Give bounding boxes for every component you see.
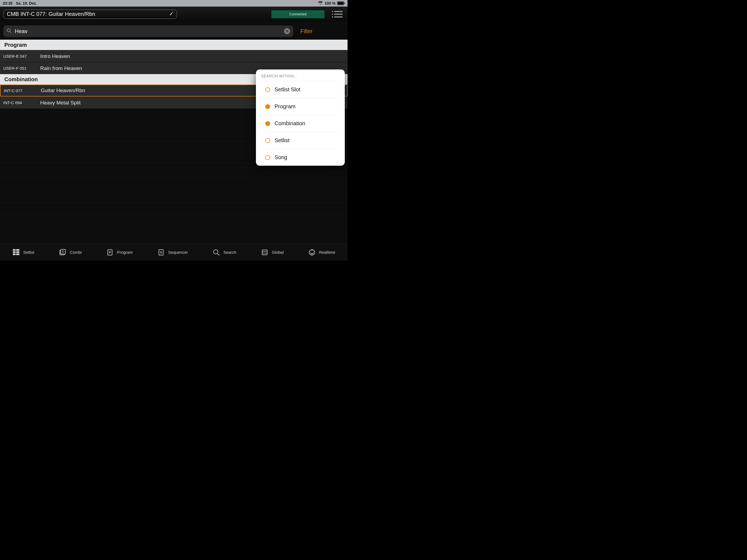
result-name: Rain from Heaven <box>40 65 82 71</box>
svg-point-5 <box>332 14 333 15</box>
realtime-icon <box>308 249 316 256</box>
radio-icon <box>265 87 270 92</box>
pencil-icon[interactable] <box>170 12 173 17</box>
battery-icon <box>337 1 345 5</box>
search-input[interactable] <box>14 28 284 35</box>
svg-line-25 <box>217 253 219 255</box>
svg-rect-6 <box>334 14 343 15</box>
global-icon <box>261 249 268 256</box>
svg-rect-12 <box>16 249 19 251</box>
svg-line-10 <box>10 31 11 33</box>
search-icon <box>212 249 220 256</box>
ios-status-bar: 23:35 Sa. 19. Dez. 100 % <box>0 0 347 6</box>
nav-item-program[interactable]: PProgram <box>106 249 133 256</box>
search-icon <box>6 28 11 34</box>
sequencer-icon: S <box>157 249 165 256</box>
section-header: Program <box>0 40 347 50</box>
radio-icon <box>265 138 270 143</box>
current-sound-title[interactable]: CMB INT-C 077: Guitar Heaven/Rbn <box>3 9 177 19</box>
grid-icon <box>12 249 20 256</box>
result-row[interactable]: USER-E 047Intro Heaven <box>0 50 347 62</box>
nav-label: Combi <box>70 250 81 255</box>
connection-status: Connected <box>271 10 325 18</box>
svg-rect-4 <box>334 11 343 12</box>
nav-item-search[interactable]: Search <box>212 249 236 256</box>
combi-icon: C <box>59 249 67 256</box>
filter-option-label: Song <box>275 154 287 160</box>
filter-option-label: Program <box>275 103 295 110</box>
result-code: USER-E 047 <box>3 54 40 58</box>
svg-point-3 <box>332 11 333 12</box>
main-content: Filter ProgramUSER-E 047Intro HeavenUSER… <box>0 22 347 244</box>
filter-button[interactable]: Filter <box>299 28 314 35</box>
filter-option-label: Setlist <box>275 137 289 144</box>
svg-rect-14 <box>16 251 19 253</box>
svg-rect-13 <box>13 251 16 253</box>
svg-rect-2 <box>344 2 345 4</box>
svg-point-7 <box>332 16 333 17</box>
title-text: CMB INT-C 077: Guitar Heaven/Rbn <box>7 11 95 17</box>
svg-rect-15 <box>13 253 16 255</box>
filter-option[interactable]: Setlist Slot <box>260 81 340 98</box>
clear-search-button[interactable] <box>284 28 290 34</box>
result-code: USER-F 051 <box>3 66 40 71</box>
nav-label: Sequencer <box>168 250 188 255</box>
search-field[interactable] <box>3 25 293 37</box>
svg-text:P: P <box>109 251 111 254</box>
nav-item-combi[interactable]: CCombi <box>59 249 81 256</box>
svg-text:C: C <box>62 250 64 253</box>
wifi-icon <box>318 1 323 6</box>
radio-icon <box>265 121 270 126</box>
status-date: Sa. 19. Dez. <box>16 1 37 5</box>
filter-label: Filter <box>301 28 312 34</box>
svg-rect-1 <box>338 2 343 5</box>
status-time: 23:35 <box>3 1 12 5</box>
filter-option[interactable]: Program <box>260 98 340 115</box>
result-name: Heavy Metal Split <box>40 100 81 106</box>
connection-label: Connected <box>289 12 307 16</box>
menu-icon[interactable] <box>330 11 344 18</box>
program-icon: P <box>106 249 114 256</box>
svg-rect-26 <box>262 250 267 255</box>
search-row: Filter <box>0 22 347 40</box>
nav-label: Program <box>117 250 133 255</box>
filter-option[interactable]: Combination <box>260 115 340 132</box>
nav-label: Global <box>272 250 284 255</box>
popover-heading: SEARCH WITHIN... <box>256 70 345 81</box>
nav-item-sequencer[interactable]: SSequencer <box>157 249 188 256</box>
svg-rect-11 <box>13 249 16 251</box>
nav-label: Search <box>223 250 236 255</box>
filter-option[interactable]: Setlist <box>260 132 340 149</box>
svg-rect-16 <box>16 253 19 255</box>
filter-popover: SEARCH WITHIN... Setlist SlotProgramComb… <box>256 70 345 166</box>
svg-text:S: S <box>160 251 162 254</box>
nav-item-global[interactable]: Global <box>261 249 284 256</box>
radio-icon <box>265 155 270 160</box>
result-name: Guitar Heaven/Rbn <box>41 87 85 94</box>
app-header: CMB INT-C 077: Guitar Heaven/Rbn Connect… <box>0 6 347 22</box>
filter-option-label: Combination <box>275 120 305 127</box>
result-name: Intro Heaven <box>40 53 70 59</box>
nav-item-realtime[interactable]: Realtime <box>308 249 335 256</box>
result-code: INT-C 077 <box>4 88 41 93</box>
radio-icon <box>265 104 270 109</box>
nav-label: Setlist <box>23 250 34 255</box>
bottom-nav: SetlistCCombiPProgramSSequencerSearchGlo… <box>0 244 347 261</box>
filter-option-label: Setlist Slot <box>275 86 300 93</box>
nav-item-setlist[interactable]: Setlist <box>12 249 34 256</box>
status-battery-text: 100 % <box>325 1 335 5</box>
svg-rect-8 <box>334 17 343 18</box>
nav-label: Realtime <box>319 250 335 255</box>
filter-option[interactable]: Song <box>260 149 340 166</box>
result-code: INT-C 094 <box>3 100 40 105</box>
